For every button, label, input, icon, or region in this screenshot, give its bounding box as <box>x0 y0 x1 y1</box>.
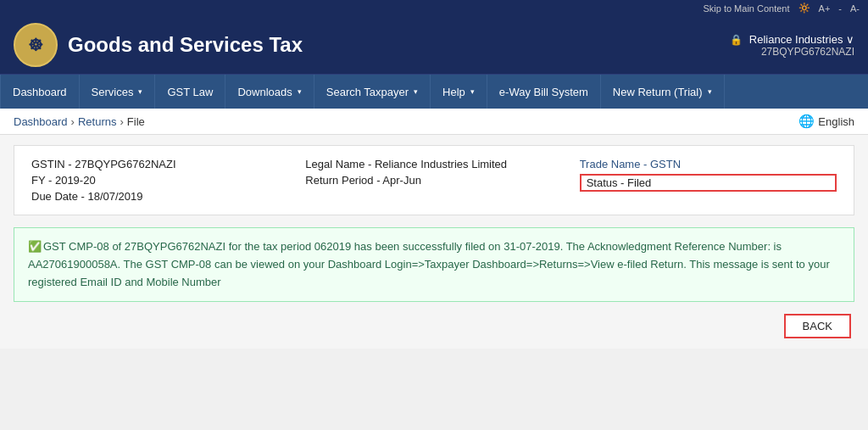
chevron-down-icon: ▾ <box>414 87 418 96</box>
font-decrease[interactable]: A- <box>850 3 860 14</box>
globe-icon: 🌐 <box>798 114 815 129</box>
fy-label: FY - 2019-20 <box>31 174 288 187</box>
nav-new-return[interactable]: New Return (Trial) ▾ <box>601 75 725 109</box>
success-icon: ✅ <box>28 240 42 253</box>
user-info: 🔒 Reliance Industries ∨ 27BQYPG6762NAZI <box>730 33 854 58</box>
breadcrumb-sep1: › <box>71 115 75 128</box>
breadcrumb-current: File <box>127 115 145 128</box>
chevron-down-icon: ▾ <box>138 87 142 96</box>
nav-eway[interactable]: e-Way Bill System <box>487 75 601 109</box>
return-period-label: Return Period - Apr-Jun <box>305 174 562 187</box>
logo-emblem: ☸ <box>28 35 43 55</box>
font-increase[interactable]: A+ <box>819 3 831 14</box>
breadcrumb: Dashboard › Returns › File <box>14 115 145 128</box>
legal-block: Legal Name - Reliance Industries Limited… <box>305 158 562 203</box>
gstin-label: GSTIN - 27BQYPG6762NAZI <box>31 158 288 170</box>
main-nav: Dashboard Services ▾ GST Law Downloads ▾… <box>0 75 868 109</box>
breadcrumb-bar: Dashboard › Returns › File 🌐 English <box>0 109 868 135</box>
trade-name-label: Trade Name - GSTN <box>580 158 837 170</box>
breadcrumb-returns[interactable]: Returns <box>78 115 117 128</box>
trade-block: Trade Name - GSTN Status - Filed <box>580 158 837 203</box>
nav-search-taxpayer[interactable]: Search Taxpayer ▾ <box>314 75 431 109</box>
nav-help[interactable]: Help ▾ <box>431 75 487 109</box>
logo: ☸ <box>14 23 58 67</box>
success-message-text: GST CMP-08 of 27BQYPG6762NAZI for the ta… <box>28 240 830 288</box>
top-bar: Skip to Main Content 🔆 A+ - A- <box>0 0 868 16</box>
skip-link[interactable]: Skip to Main Content <box>703 3 789 14</box>
nav-gst-law[interactable]: GST Law <box>155 75 225 109</box>
breadcrumb-dashboard[interactable]: Dashboard <box>14 115 68 128</box>
accessibility-icon: 🔆 <box>798 3 810 14</box>
chevron-down-icon: ▾ <box>470 87 475 96</box>
nav-dashboard[interactable]: Dashboard <box>0 75 80 109</box>
back-button[interactable]: BACK <box>784 314 851 338</box>
status-badge: Status - Filed <box>580 174 837 192</box>
main-content: GSTIN - 27BQYPG6762NAZI FY - 2019-20 Due… <box>0 135 868 349</box>
action-row: BACK <box>14 314 854 338</box>
language-label: English <box>818 115 854 128</box>
breadcrumb-sep2: › <box>120 115 123 128</box>
user-name[interactable]: Reliance Industries ∨ <box>749 33 854 46</box>
lock-icon: 🔒 <box>730 34 743 46</box>
chevron-down-icon: ▾ <box>708 87 712 96</box>
user-gstin: 27BQYPG6762NAZI <box>730 46 854 58</box>
header-left: ☸ Goods and Services Tax <box>14 23 303 67</box>
language-selector[interactable]: 🌐 English <box>798 114 854 129</box>
header: ☸ Goods and Services Tax 🔒 Reliance Indu… <box>0 16 868 75</box>
site-title: Goods and Services Tax <box>68 33 303 57</box>
success-message-box: ✅GST CMP-08 of 27BQYPG6762NAZI for the t… <box>14 227 854 302</box>
font-separator: - <box>838 3 842 14</box>
legal-name-label: Legal Name - Reliance Industries Limited <box>305 158 562 170</box>
nav-downloads[interactable]: Downloads ▾ <box>225 75 314 109</box>
nav-services[interactable]: Services ▾ <box>80 75 156 109</box>
chevron-down-icon: ▾ <box>298 87 302 96</box>
due-date-label: Due Date - 18/07/2019 <box>31 190 288 203</box>
gstin-block: GSTIN - 27BQYPG6762NAZI FY - 2019-20 Due… <box>31 158 288 203</box>
info-card: GSTIN - 27BQYPG6762NAZI FY - 2019-20 Due… <box>14 145 854 215</box>
